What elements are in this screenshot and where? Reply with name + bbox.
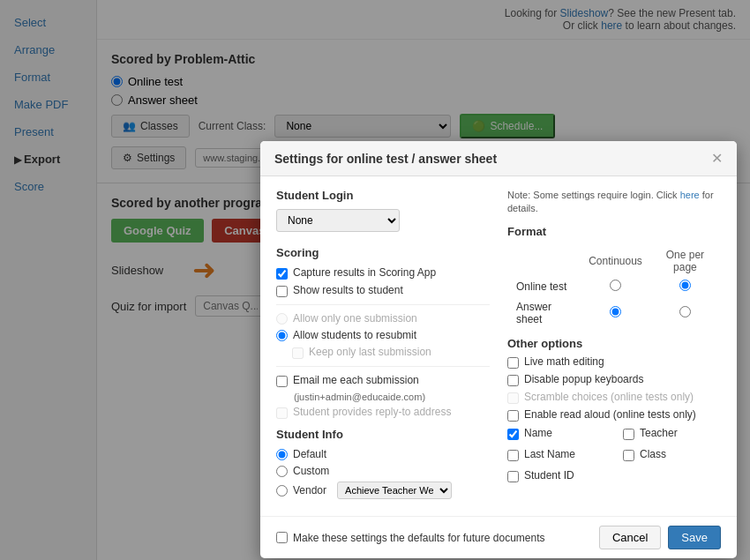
default-radio[interactable] (276, 449, 288, 460)
default-radio-row: Default (276, 448, 490, 460)
make-defaults-checkbox[interactable] (276, 532, 288, 543)
scramble-choices-row: Scramble choices (online tests only) (507, 391, 721, 404)
allow-one-sub-label: Allow only one submission (293, 312, 417, 325)
name-checkbox-row: Name (507, 427, 605, 440)
scramble-choices-label: Scramble choices (online tests only) (524, 391, 694, 403)
disable-popup-row: Disable popup keyboards (507, 373, 721, 386)
modal-right-col: Note: Some settings require login. Click… (507, 189, 721, 504)
modal-body: Student Login None Google Clever ClassLi… (260, 176, 737, 516)
keep-only-last-row: Keep only last submission (276, 346, 490, 359)
teacher-checkbox[interactable] (623, 429, 634, 440)
teacher-checkbox-row: Teacher (623, 427, 721, 440)
show-results-row: Show results to student (276, 284, 490, 297)
online-test-format-row: Online test (509, 277, 719, 296)
student-reply-checkbox (276, 407, 288, 419)
email-address: (justin+admin@educaide.com) (276, 392, 490, 402)
class-checkbox[interactable] (623, 450, 634, 461)
show-results-checkbox[interactable] (276, 286, 288, 297)
continuous-header: Continuous (581, 247, 649, 275)
note-text: Note: Some settings require login. Click… (507, 189, 721, 216)
email-me-label: Email me each submission (293, 374, 419, 386)
student-login-select[interactable]: None Google Clever ClassLink (276, 209, 400, 232)
student-id-checkbox-row: Student ID (507, 469, 605, 482)
class-checkbox-label: Class (640, 448, 666, 460)
make-defaults-row: Make these settings the defaults for fut… (276, 532, 545, 544)
scoring-section-title: Scoring (276, 246, 490, 259)
last-name-checkbox-label: Last Name (524, 448, 575, 460)
custom-radio-row: Custom (276, 465, 490, 477)
online-test-format-label: Online test (509, 277, 580, 296)
scramble-choices-checkbox (507, 392, 519, 404)
disable-popup-checkbox[interactable] (507, 375, 519, 386)
modal-title: Settings for online test / answer sheet (274, 152, 497, 166)
last-name-checkbox-row: Last Name (507, 448, 605, 461)
email-me-row: Email me each submission (276, 374, 490, 387)
allow-one-sub-radio (276, 313, 288, 325)
student-id-checkbox[interactable] (507, 471, 519, 482)
enable-read-aloud-checkbox[interactable] (507, 410, 519, 422)
cancel-button[interactable]: Cancel (599, 526, 661, 549)
save-button[interactable]: Save (668, 526, 721, 549)
vendor-radio-row: Vendor Achieve Teacher Web Other (276, 482, 490, 499)
allow-resubmit-radio[interactable] (276, 330, 288, 341)
online-one-per-radio[interactable] (679, 280, 691, 291)
modal-footer-buttons: Cancel Save (599, 526, 721, 549)
settings-modal: Settings for online test / answer sheet … (260, 141, 737, 558)
student-info-section-title: Student Info (276, 428, 490, 441)
name-checkbox-label: Name (524, 427, 552, 439)
modal-header: Settings for online test / answer sheet … (260, 141, 737, 176)
class-checkbox-row: Class (623, 448, 721, 461)
disable-popup-label: Disable popup keyboards (524, 373, 643, 385)
teacher-checkbox-label: Teacher (640, 427, 678, 439)
modal-footer: Make these settings the defaults for fut… (260, 516, 737, 558)
make-defaults-label: Make these settings the defaults for fut… (293, 532, 545, 544)
enable-read-aloud-label: Enable read aloud (online tests only) (524, 408, 696, 421)
enable-read-aloud-row: Enable read aloud (online tests only) (507, 408, 721, 422)
default-label: Default (293, 448, 326, 460)
answer-continuous-radio[interactable] (610, 306, 621, 317)
online-continuous-radio[interactable] (610, 280, 621, 291)
vendor-select[interactable]: Achieve Teacher Web Other (337, 482, 452, 499)
custom-label: Custom (293, 465, 329, 477)
student-id-checkbox-label: Student ID (524, 469, 574, 482)
allow-one-sub-row: Allow only one submission (276, 312, 490, 325)
keep-only-last-label: Keep only last submission (309, 346, 431, 358)
format-table: Continuous One per page Online test Answ… (507, 245, 721, 330)
live-math-row: Live math editing (507, 355, 721, 369)
allow-resubmit-label: Allow students to resubmit (293, 329, 416, 341)
answer-one-per-radio[interactable] (679, 306, 691, 317)
student-login-section-title: Student Login (276, 189, 490, 202)
email-me-checkbox[interactable] (276, 376, 288, 387)
keep-only-last-checkbox (292, 347, 304, 359)
student-reply-row: Student provides reply-to address (276, 406, 490, 419)
capture-results-row: Capture results in Scoring App (276, 266, 490, 280)
student-reply-label: Student provides reply-to address (293, 406, 451, 418)
answer-sheet-format-row: Answer sheet (509, 298, 719, 328)
one-per-page-header: One per page (651, 247, 719, 275)
modal-overlay: Settings for online test / answer sheet … (0, 0, 750, 560)
custom-radio[interactable] (276, 466, 288, 477)
live-math-label: Live math editing (524, 355, 604, 368)
capture-results-checkbox[interactable] (276, 268, 288, 280)
format-section-title: Format (507, 225, 721, 238)
modal-left-col: Student Login None Google Clever ClassLi… (276, 189, 490, 504)
note-link[interactable]: here (680, 190, 700, 200)
other-options-title: Other options (507, 337, 721, 350)
last-name-checkbox[interactable] (507, 450, 519, 461)
name-checkbox[interactable] (507, 429, 519, 440)
vendor-radio[interactable] (276, 485, 288, 497)
live-math-checkbox[interactable] (507, 357, 519, 369)
modal-close-button[interactable]: ✕ (711, 150, 723, 167)
vendor-label: Vendor (293, 484, 326, 497)
student-info-grid: Name Teacher Last Name Class (507, 427, 721, 487)
allow-resubmit-row: Allow students to resubmit (276, 329, 490, 341)
capture-results-label: Capture results in Scoring App (293, 266, 436, 279)
show-results-label: Show results to student (293, 284, 403, 296)
answer-sheet-format-label: Answer sheet (509, 298, 580, 328)
